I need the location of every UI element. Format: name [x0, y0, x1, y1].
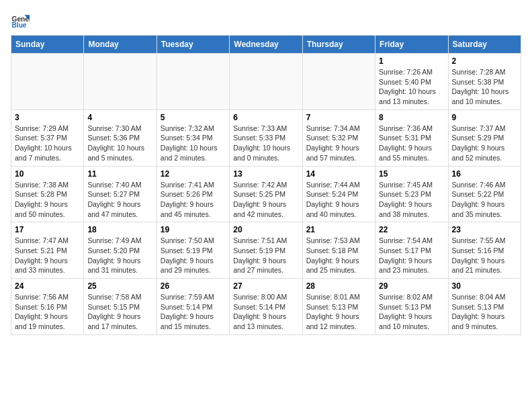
calendar-cell: 30Sunrise: 8:04 AM Sunset: 5:13 PM Dayli…	[448, 279, 521, 335]
day-number: 1	[379, 56, 444, 66]
day-info: Sunrise: 7:33 AM Sunset: 5:33 PM Dayligh…	[233, 124, 298, 163]
day-info: Sunrise: 7:26 AM Sunset: 5:40 PM Dayligh…	[379, 67, 444, 107]
day-number: 23	[452, 225, 517, 234]
day-number: 5	[161, 113, 226, 122]
day-number: 6	[233, 113, 298, 122]
day-number: 2	[452, 56, 517, 66]
weekday-header-thursday: Thursday	[302, 36, 375, 54]
weekday-header-monday: Monday	[84, 36, 157, 54]
week-row-0: 1Sunrise: 7:26 AM Sunset: 5:40 PM Daylig…	[11, 54, 521, 110]
week-row-1: 3Sunrise: 7:29 AM Sunset: 5:37 PM Daylig…	[11, 109, 521, 166]
calendar-cell	[11, 54, 84, 110]
day-info: Sunrise: 7:55 AM Sunset: 5:16 PM Dayligh…	[452, 236, 517, 275]
calendar-cell: 6Sunrise: 7:33 AM Sunset: 5:33 PM Daylig…	[230, 109, 302, 166]
calendar-cell: 14Sunrise: 7:44 AM Sunset: 5:24 PM Dayli…	[302, 166, 375, 222]
day-number: 21	[306, 225, 371, 234]
day-info: Sunrise: 7:34 AM Sunset: 5:32 PM Dayligh…	[306, 124, 371, 163]
weekday-header-row: SundayMondayTuesdayWednesdayThursdayFrid…	[11, 36, 521, 54]
day-info: Sunrise: 7:28 AM Sunset: 5:38 PM Dayligh…	[452, 67, 517, 107]
calendar-cell: 21Sunrise: 7:53 AM Sunset: 5:18 PM Dayli…	[302, 222, 375, 279]
day-number: 12	[161, 169, 226, 179]
day-info: Sunrise: 7:46 AM Sunset: 5:22 PM Dayligh…	[452, 180, 517, 220]
calendar-body: 1Sunrise: 7:26 AM Sunset: 5:40 PM Daylig…	[11, 54, 521, 335]
calendar-cell: 9Sunrise: 7:37 AM Sunset: 5:29 PM Daylig…	[448, 109, 521, 166]
day-info: Sunrise: 7:47 AM Sunset: 5:21 PM Dayligh…	[15, 236, 80, 275]
calendar-cell	[84, 54, 157, 110]
calendar-cell: 24Sunrise: 7:56 AM Sunset: 5:16 PM Dayli…	[11, 279, 84, 335]
day-info: Sunrise: 7:30 AM Sunset: 5:36 PM Dayligh…	[87, 124, 152, 163]
calendar-cell: 5Sunrise: 7:32 AM Sunset: 5:34 PM Daylig…	[157, 109, 229, 166]
calendar-cell: 13Sunrise: 7:42 AM Sunset: 5:25 PM Dayli…	[230, 166, 302, 222]
day-number: 3	[15, 113, 80, 122]
day-info: Sunrise: 7:49 AM Sunset: 5:20 PM Dayligh…	[87, 236, 152, 275]
day-info: Sunrise: 7:51 AM Sunset: 5:19 PM Dayligh…	[233, 236, 298, 275]
calendar-cell: 19Sunrise: 7:50 AM Sunset: 5:19 PM Dayli…	[157, 222, 229, 279]
day-number: 22	[379, 225, 444, 234]
day-info: Sunrise: 7:41 AM Sunset: 5:26 PM Dayligh…	[161, 180, 226, 220]
day-number: 11	[87, 169, 152, 179]
day-info: Sunrise: 7:54 AM Sunset: 5:17 PM Dayligh…	[379, 236, 444, 275]
logo: General Blue	[11, 11, 32, 30]
day-number: 27	[233, 281, 298, 291]
calendar-cell: 11Sunrise: 7:40 AM Sunset: 5:27 PM Dayli…	[84, 166, 157, 222]
day-info: Sunrise: 7:58 AM Sunset: 5:15 PM Dayligh…	[87, 292, 152, 332]
calendar-cell	[230, 54, 302, 110]
day-number: 30	[452, 281, 517, 291]
day-number: 28	[306, 281, 371, 291]
calendar-cell: 10Sunrise: 7:38 AM Sunset: 5:28 PM Dayli…	[11, 166, 84, 222]
calendar-cell: 22Sunrise: 7:54 AM Sunset: 5:17 PM Dayli…	[375, 222, 448, 279]
calendar-cell	[157, 54, 229, 110]
week-row-3: 17Sunrise: 7:47 AM Sunset: 5:21 PM Dayli…	[11, 222, 521, 279]
calendar-cell: 23Sunrise: 7:55 AM Sunset: 5:16 PM Dayli…	[448, 222, 521, 279]
logo-icon: General Blue	[11, 11, 30, 30]
day-number: 4	[87, 113, 152, 122]
calendar-cell: 7Sunrise: 7:34 AM Sunset: 5:32 PM Daylig…	[302, 109, 375, 166]
day-info: Sunrise: 7:50 AM Sunset: 5:19 PM Dayligh…	[161, 236, 226, 275]
day-info: Sunrise: 7:59 AM Sunset: 5:14 PM Dayligh…	[161, 292, 226, 332]
calendar-cell: 16Sunrise: 7:46 AM Sunset: 5:22 PM Dayli…	[448, 166, 521, 222]
day-number: 26	[161, 281, 226, 291]
weekday-header-tuesday: Tuesday	[157, 36, 229, 54]
header: General Blue	[11, 11, 521, 30]
day-info: Sunrise: 7:56 AM Sunset: 5:16 PM Dayligh…	[15, 292, 80, 332]
calendar-cell: 27Sunrise: 8:00 AM Sunset: 5:14 PM Dayli…	[230, 279, 302, 335]
calendar-cell: 3Sunrise: 7:29 AM Sunset: 5:37 PM Daylig…	[11, 109, 84, 166]
weekday-header-friday: Friday	[375, 36, 448, 54]
calendar-cell: 20Sunrise: 7:51 AM Sunset: 5:19 PM Dayli…	[230, 222, 302, 279]
calendar-cell: 17Sunrise: 7:47 AM Sunset: 5:21 PM Dayli…	[11, 222, 84, 279]
day-number: 18	[87, 225, 152, 234]
calendar-cell: 26Sunrise: 7:59 AM Sunset: 5:14 PM Dayli…	[157, 279, 229, 335]
day-number: 15	[379, 169, 444, 179]
day-number: 29	[379, 281, 444, 291]
calendar-cell: 12Sunrise: 7:41 AM Sunset: 5:26 PM Dayli…	[157, 166, 229, 222]
weekday-header-saturday: Saturday	[448, 36, 521, 54]
day-info: Sunrise: 7:32 AM Sunset: 5:34 PM Dayligh…	[161, 124, 226, 163]
day-number: 8	[379, 113, 444, 122]
day-number: 19	[161, 225, 226, 234]
day-info: Sunrise: 7:38 AM Sunset: 5:28 PM Dayligh…	[15, 180, 80, 220]
calendar-cell: 8Sunrise: 7:36 AM Sunset: 5:31 PM Daylig…	[375, 109, 448, 166]
calendar-cell	[302, 54, 375, 110]
calendar-cell: 1Sunrise: 7:26 AM Sunset: 5:40 PM Daylig…	[375, 54, 448, 110]
day-info: Sunrise: 7:40 AM Sunset: 5:27 PM Dayligh…	[87, 180, 152, 220]
day-info: Sunrise: 8:02 AM Sunset: 5:13 PM Dayligh…	[379, 292, 444, 332]
day-number: 14	[306, 169, 371, 179]
calendar-cell: 18Sunrise: 7:49 AM Sunset: 5:20 PM Dayli…	[84, 222, 157, 279]
day-info: Sunrise: 7:42 AM Sunset: 5:25 PM Dayligh…	[233, 180, 298, 220]
weekday-header-sunday: Sunday	[11, 36, 84, 54]
day-info: Sunrise: 7:29 AM Sunset: 5:37 PM Dayligh…	[15, 124, 80, 163]
day-number: 16	[452, 169, 517, 179]
day-number: 17	[15, 225, 80, 234]
day-number: 10	[15, 169, 80, 179]
day-number: 24	[15, 281, 80, 291]
day-info: Sunrise: 7:53 AM Sunset: 5:18 PM Dayligh…	[306, 236, 371, 275]
day-info: Sunrise: 7:37 AM Sunset: 5:29 PM Dayligh…	[452, 124, 517, 163]
calendar-cell: 15Sunrise: 7:45 AM Sunset: 5:23 PM Dayli…	[375, 166, 448, 222]
day-info: Sunrise: 7:36 AM Sunset: 5:31 PM Dayligh…	[379, 124, 444, 163]
calendar-cell: 25Sunrise: 7:58 AM Sunset: 5:15 PM Dayli…	[84, 279, 157, 335]
calendar-cell: 2Sunrise: 7:28 AM Sunset: 5:38 PM Daylig…	[448, 54, 521, 110]
week-row-2: 10Sunrise: 7:38 AM Sunset: 5:28 PM Dayli…	[11, 166, 521, 222]
day-number: 25	[87, 281, 152, 291]
day-number: 13	[233, 169, 298, 179]
day-number: 9	[452, 113, 517, 122]
